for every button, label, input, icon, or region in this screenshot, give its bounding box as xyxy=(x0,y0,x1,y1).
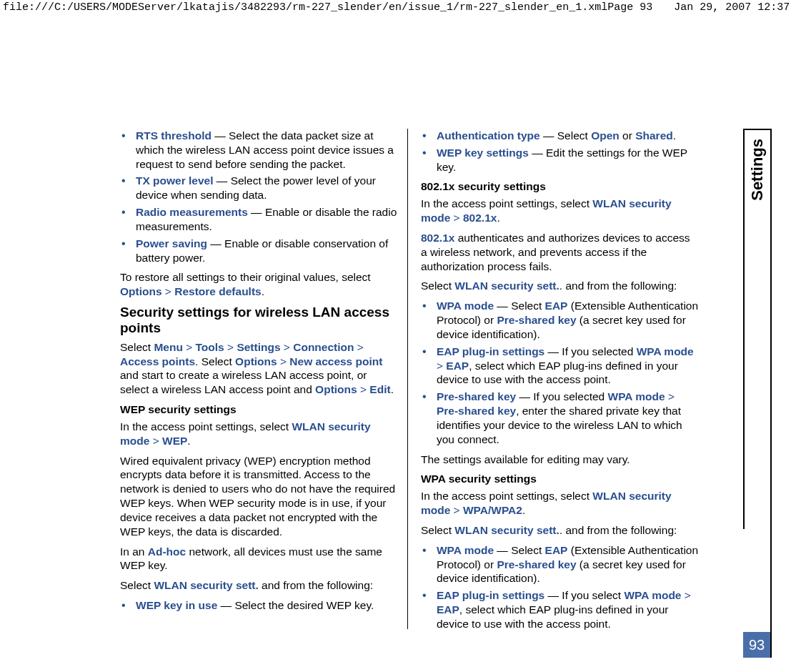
term-rts: RTS threshold xyxy=(136,129,212,142)
header-path: file:///C:/USERS/MODEServer/lkatajis/348… xyxy=(3,1,607,14)
list-item: Authentication type — Select Open or Sha… xyxy=(421,129,699,143)
wpa-subhead: WPA security settings xyxy=(421,472,699,486)
x802-p3: Select WLAN security sett.. and from the… xyxy=(421,279,699,293)
list-item: TX power level — Select the power level … xyxy=(120,174,399,202)
settings-list: RTS threshold — Select the data packet s… xyxy=(120,129,399,265)
wep-p3: In an Ad-hoc network, all devices must u… xyxy=(120,545,399,573)
x802-list: WPA mode — Select EAP (Extensible Authen… xyxy=(421,299,699,446)
list-item: RTS threshold — Select the data packet s… xyxy=(120,129,399,171)
list-item: WPA mode — Select EAP (Extensible Authen… xyxy=(421,543,699,585)
x802-subhead: 802.1x security settings xyxy=(421,179,699,194)
list-item: Radio measurements — Enable or disable t… xyxy=(120,205,399,234)
wep-p1: In the access point settings, select WLA… xyxy=(120,420,399,448)
section-heading: Security settings for wireless LAN acces… xyxy=(120,305,399,336)
x802-p1: In the access point settings, select WLA… xyxy=(421,197,699,225)
wep-subhead: WEP security settings xyxy=(120,402,399,417)
wep-p4: Select WLAN security sett. and from the … xyxy=(120,578,399,593)
term-tx: TX power level xyxy=(136,174,214,187)
term-power: Power saving xyxy=(136,237,207,249)
side-tab: Settings xyxy=(743,129,770,529)
list-item: WEP key in use — Select the desired WEP … xyxy=(120,598,399,613)
page-number-box: 93 xyxy=(743,632,770,658)
wpa-list: WPA mode — Select EAP (Extensible Authen… xyxy=(421,543,699,631)
column-right: Authentication type — Select Open or Sha… xyxy=(407,129,707,629)
print-header: file:///C:/USERS/MODEServer/lkatajis/348… xyxy=(0,0,791,15)
nav-para: Select Menu > Tools > Settings > Connect… xyxy=(120,340,399,397)
x802-p2: 802.1x authenticates and authorizes devi… xyxy=(421,231,699,273)
side-tab-label: Settings xyxy=(748,139,767,201)
wpa-p1: In the access point settings, select WLA… xyxy=(421,489,699,518)
wep-list: WEP key in use — Select the desired WEP … xyxy=(120,598,399,613)
restore-para: To restore all settings to their origina… xyxy=(120,270,399,299)
column-left: RTS threshold — Select the data packet s… xyxy=(107,129,407,629)
term-radio: Radio measurements xyxy=(136,206,248,218)
header-page: Page 93 xyxy=(607,1,652,14)
list-item: Pre-shared key — If you selected WPA mod… xyxy=(421,390,699,446)
page-frame: Settings 93 RTS threshold — Select the d… xyxy=(50,129,772,658)
col2-top-list: Authentication type — Select Open or Sha… xyxy=(421,129,699,174)
header-date: Jan 29, 2007 12:37:36 PM xyxy=(674,1,791,14)
page-number: 93 xyxy=(749,637,765,653)
x802-vary: The settings available for editing may v… xyxy=(421,453,699,467)
list-item: EAP plug-in settings — If you select WPA… xyxy=(421,588,699,631)
list-item: Power saving — Enable or disable conserv… xyxy=(120,237,399,265)
wep-p2: Wired equivalent privacy (WEP) encryptio… xyxy=(120,454,399,539)
wpa-p2: Select WLAN security sett.. and from the… xyxy=(421,523,699,538)
list-item: WEP key settings — Edit the settings for… xyxy=(421,146,699,174)
list-item: WPA mode — Select EAP (Extensible Authen… xyxy=(421,299,699,341)
list-item: EAP plug-in settings — If you selected W… xyxy=(421,345,699,387)
content-columns: RTS threshold — Select the data packet s… xyxy=(50,129,707,629)
